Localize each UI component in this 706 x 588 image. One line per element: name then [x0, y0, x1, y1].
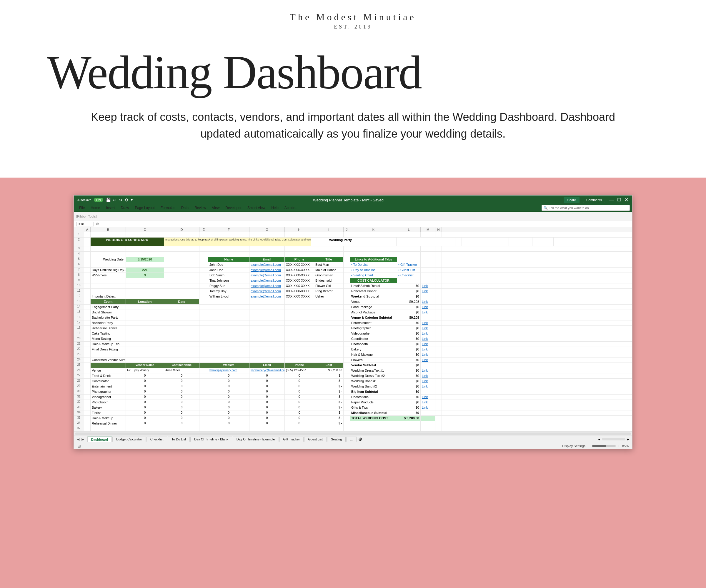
cell	[249, 232, 285, 237]
menu-home[interactable]: Home	[88, 205, 103, 211]
cell	[199, 421, 208, 426]
formula-input[interactable]	[101, 222, 630, 226]
sheet-nav[interactable]: ◄ ►	[76, 437, 85, 442]
cell	[435, 246, 442, 251]
cell	[84, 394, 91, 400]
cell: 0	[285, 405, 314, 410]
cell	[199, 373, 208, 378]
tab-day-of-timeline-blank[interactable]: Day Of Timeline - Blank	[190, 436, 232, 442]
menu-help[interactable]: Help	[268, 205, 281, 211]
menu-view[interactable]: View	[209, 205, 223, 211]
cell: 0	[285, 421, 314, 426]
cell: Link	[421, 358, 435, 363]
cell	[435, 416, 442, 421]
menu-draw[interactable]: Draw	[118, 205, 132, 211]
search-bar[interactable]: 🔍	[542, 205, 630, 211]
menu-file[interactable]: File	[76, 205, 88, 211]
scroll-right-icon[interactable]: ►	[627, 437, 630, 441]
cell: 0	[126, 394, 164, 400]
cell	[164, 273, 199, 278]
cell	[509, 238, 533, 246]
cell	[164, 321, 199, 326]
sheet-nav-right[interactable]: ►	[81, 437, 85, 442]
cell	[435, 426, 442, 431]
cell	[344, 394, 350, 400]
tab-budget-calculator[interactable]: Budget Calculator	[112, 436, 146, 442]
autosave-toggle[interactable]: ON	[94, 198, 104, 202]
cell	[344, 426, 350, 431]
name-box[interactable]: X18	[76, 222, 94, 226]
titlebar-center: Wedding Planner Template - Mint - Saved	[313, 198, 384, 202]
cell	[344, 299, 350, 304]
scroll-left-icon[interactable]: ◄	[597, 437, 601, 441]
cell	[421, 232, 435, 237]
cell: XXX-XXX-XXXX	[285, 294, 314, 299]
cell: Paper Products	[350, 400, 397, 405]
customize-icon[interactable]: ⚙	[125, 198, 128, 202]
menu-acrobat[interactable]: Acrobat	[281, 205, 300, 211]
cell: Link	[421, 326, 435, 331]
cell	[84, 384, 91, 389]
cell	[84, 257, 91, 262]
cell: Bob Smith	[208, 273, 249, 278]
tab-to-do-list[interactable]: To Do List	[168, 436, 190, 442]
cell	[350, 246, 397, 251]
table-row: 17 Bachelor Party Entertainment $0 Link	[74, 321, 632, 326]
share-button[interactable]: Share	[564, 197, 580, 203]
cell	[314, 299, 344, 304]
comments-button[interactable]: Comments	[583, 197, 605, 203]
tab-more[interactable]: ...	[346, 436, 356, 442]
cell	[84, 238, 91, 246]
col-header-h: H	[285, 227, 314, 232]
zoom-in-button[interactable]: +	[618, 444, 620, 448]
cell	[285, 326, 314, 331]
zoom-out-button[interactable]: −	[588, 444, 590, 448]
cell	[199, 252, 208, 257]
redo-icon[interactable]: ↪	[119, 198, 122, 202]
cell: example@email.com	[249, 267, 285, 272]
row-num: 8	[74, 273, 84, 278]
cell	[421, 278, 435, 283]
tab-gift-tracker[interactable]: Gift Tracker	[279, 436, 304, 442]
cell	[249, 331, 285, 336]
cell	[344, 352, 350, 357]
cell: $0	[397, 331, 421, 336]
save-icon[interactable]: 💾	[106, 198, 111, 202]
add-sheet-button[interactable]: ⊕	[358, 436, 362, 442]
menu-insert[interactable]: Insert	[103, 205, 118, 211]
menu-formulas[interactable]: Formulas	[158, 205, 178, 211]
table-row: 18 Rehearsal Dinner Photographer $0 Link	[74, 326, 632, 331]
cell	[249, 352, 285, 357]
cell	[435, 299, 442, 304]
menu-data[interactable]: Data	[178, 205, 192, 211]
row-num: 36	[74, 421, 84, 426]
menu-page-layout[interactable]: Page Layout	[132, 205, 157, 211]
menu-smart-view[interactable]: Smart View	[244, 205, 268, 211]
cell: Hair & Makeup	[350, 352, 397, 357]
row-num: 6	[74, 262, 84, 267]
menu-review[interactable]: Review	[192, 205, 209, 211]
cell: Link	[421, 405, 435, 410]
close-button[interactable]: ✕	[624, 197, 629, 203]
cell	[84, 284, 91, 288]
cell	[199, 284, 208, 288]
menu-developer[interactable]: Developer	[223, 205, 244, 211]
tab-guest-list[interactable]: Guest List	[304, 436, 326, 442]
table-row: 10 Peggy Sue example@email.com XXX-XXX-X…	[74, 284, 632, 289]
cell: Jane Doe	[208, 267, 249, 272]
cell: Bakery	[350, 347, 397, 352]
cell	[164, 304, 199, 309]
site-title: The Modest Minutiae	[0, 12, 706, 23]
tab-day-of-timeline-example[interactable]: Day Of Timeline - Example	[233, 436, 279, 442]
cell	[126, 304, 164, 309]
sheet-nav-left[interactable]: ◄	[76, 437, 80, 442]
cell	[199, 336, 208, 341]
cell: Link	[421, 336, 435, 341]
tab-checklist[interactable]: Checklist	[147, 436, 167, 442]
tab-dashboard[interactable]: Dashboard	[87, 436, 112, 442]
maximize-button[interactable]: □	[618, 197, 621, 203]
undo-icon[interactable]: ↩	[113, 198, 116, 202]
search-input[interactable]	[549, 206, 628, 210]
tab-seating[interactable]: Seating	[327, 436, 346, 442]
minimize-button[interactable]: —	[609, 197, 614, 203]
